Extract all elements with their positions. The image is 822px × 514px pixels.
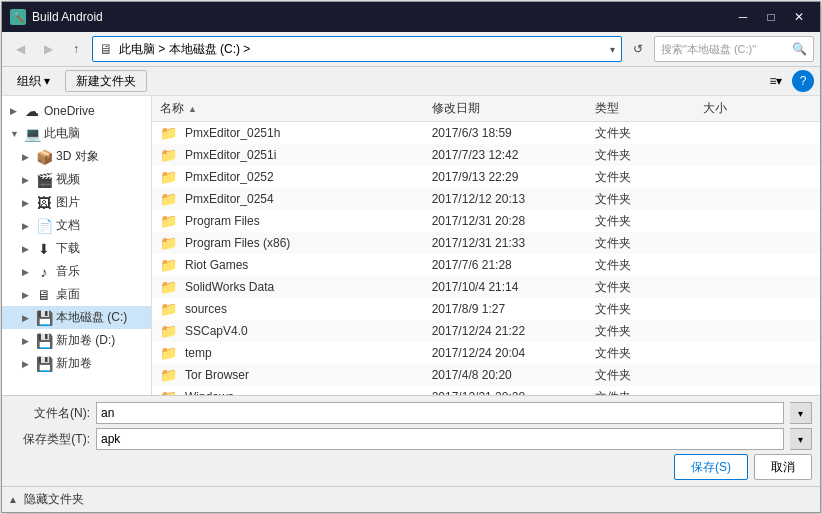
cancel-button[interactable]: 取消 [754,454,812,480]
minimize-button[interactable]: ─ [730,7,756,27]
sidebar-label-new-e: 新加卷 [56,355,92,372]
help-button[interactable]: ? [792,70,814,92]
videos-icon: 🎬 [36,172,52,188]
up-button[interactable]: ↑ [64,37,88,61]
refresh-button[interactable]: ↺ [626,37,650,61]
filetype-dropdown[interactable]: ▾ [790,428,812,450]
file-date: 2017/12/12 20:13 [432,192,595,206]
table-row[interactable]: 📁 PmxEditor_0254 2017/12/12 20:13 文件夹 [152,188,820,210]
expand-arrow: ▶ [10,106,20,116]
file-name: SSCapV4.0 [185,324,248,338]
music-icon: ♪ [36,264,52,280]
folder-icon: 📁 [160,257,177,273]
folder-icon: 📁 [160,301,177,317]
this-pc-icon: 💻 [24,126,40,142]
sidebar-item-videos[interactable]: ▶ 🎬 视频 [2,168,151,191]
sidebar-item-new-d[interactable]: ▶ 💾 新加卷 (D:) [2,329,151,352]
folder-icon: 📁 [160,345,177,361]
expand-arrow: ▶ [22,175,32,185]
sidebar-item-new-e[interactable]: ▶ 💾 新加卷 [2,352,151,375]
sidebar-item-local-c[interactable]: ▶ 💾 本地磁盘 (C:) [2,306,151,329]
file-name: sources [185,302,227,316]
main-content: ▶ ☁ OneDrive ▼ 💻 此电脑 ▶ 📦 3D 对象 ▶ 🎬 视频 ▶ [2,96,820,395]
expand-arrow: ▶ [22,336,32,346]
sidebar-label-new-d: 新加卷 (D:) [56,332,115,349]
col-size-header[interactable]: 大小 [703,100,812,117]
save-button[interactable]: 保存(S) [674,454,748,480]
sidebar-label-downloads: 下载 [56,240,80,257]
file-date: 2017/12/24 20:04 [432,346,595,360]
file-name: temp [185,346,212,360]
file-name: PmxEditor_0252 [185,170,274,184]
sidebar-item-desktop[interactable]: ▶ 🖥 桌面 [2,283,151,306]
filename-dropdown[interactable]: ▾ [790,402,812,424]
downloads-icon: ⬇ [36,241,52,257]
col-date-header[interactable]: 修改日期 [432,100,595,117]
new-d-icon: 💾 [36,333,52,349]
col-type-header[interactable]: 类型 [595,100,704,117]
file-type: 文件夹 [595,169,704,186]
sidebar-item-this-pc[interactable]: ▼ 💻 此电脑 [2,122,151,145]
documents-icon: 📄 [36,218,52,234]
table-row[interactable]: 📁 PmxEditor_0251h 2017/6/3 18:59 文件夹 [152,122,820,144]
file-type: 文件夹 [595,191,704,208]
table-row[interactable]: 📁 Riot Games 2017/7/6 21:28 文件夹 [152,254,820,276]
sidebar-item-documents[interactable]: ▶ 📄 文档 [2,214,151,237]
table-row[interactable]: 📁 Program Files (x86) 2017/12/31 21:33 文… [152,232,820,254]
maximize-button[interactable]: □ [758,7,784,27]
table-row[interactable]: 📁 sources 2017/8/9 1:27 文件夹 [152,298,820,320]
table-row[interactable]: 📁 Tor Browser 2017/4/8 20:20 文件夹 [152,364,820,386]
table-row[interactable]: 📁 SolidWorks Data 2017/10/4 21:14 文件夹 [152,276,820,298]
table-row[interactable]: 📁 temp 2017/12/24 20:04 文件夹 [152,342,820,364]
sidebar-label-documents: 文档 [56,217,80,234]
filetype-input[interactable] [96,428,784,450]
file-date: 2017/6/3 18:59 [432,126,595,140]
col-name-header[interactable]: 名称 ▲ [160,100,432,117]
file-type: 文件夹 [595,323,704,340]
close-button[interactable]: ✕ [786,7,812,27]
expand-arrow: ▶ [22,198,32,208]
file-type: 文件夹 [595,301,704,318]
app-icon: 🔨 [10,9,26,25]
view-button[interactable]: ≡▾ [764,70,788,92]
filename-input[interactable] [96,402,784,424]
sidebar-item-music[interactable]: ▶ ♪ 音乐 [2,260,151,283]
organize-button[interactable]: 组织 ▾ [8,70,59,92]
table-row[interactable]: 📁 PmxEditor_0252 2017/9/13 22:29 文件夹 [152,166,820,188]
search-icon[interactable]: 🔍 [792,42,807,56]
file-type: 文件夹 [595,279,704,296]
table-row[interactable]: 📁 SSCapV4.0 2017/12/24 21:22 文件夹 [152,320,820,342]
search-placeholder: 搜索"本地磁盘 (C:)" [661,42,788,57]
file-type: 文件夹 [595,345,704,362]
file-name: Riot Games [185,258,248,272]
local-c-icon: 💾 [36,310,52,326]
table-row[interactable]: 📁 Windows 2017/12/31 20:28 文件夹 [152,386,820,395]
title-bar: 🔨 Build Android ─ □ ✕ [2,2,820,32]
folder-icon: 📁 [160,213,177,229]
expand-arrow: ▶ [22,290,32,300]
sidebar-label-onedrive: OneDrive [44,104,95,118]
file-type: 文件夹 [595,257,704,274]
triangle-icon: ▲ [8,494,18,505]
folder-icon: 📁 [160,169,177,185]
back-button[interactable]: ◀ [8,37,32,61]
search-bar[interactable]: 搜索"本地磁盘 (C:)" 🔍 [654,36,814,62]
address-bar[interactable]: 🖥 此电脑 > 本地磁盘 (C:) > ▾ [92,36,622,62]
address-dropdown-icon[interactable]: ▾ [610,44,615,55]
file-type: 文件夹 [595,235,704,252]
forward-button[interactable]: ▶ [36,37,60,61]
sidebar-item-3d[interactable]: ▶ 📦 3D 对象 [2,145,151,168]
table-row[interactable]: 📁 Program Files 2017/12/31 20:28 文件夹 [152,210,820,232]
file-list-header: 名称 ▲ 修改日期 类型 大小 [152,96,820,122]
sidebar-item-onedrive[interactable]: ▶ ☁ OneDrive [2,100,151,122]
sidebar-item-downloads[interactable]: ▶ ⬇ 下载 [2,237,151,260]
new-folder-button[interactable]: 新建文件夹 [65,70,147,92]
sidebar-item-pictures[interactable]: ▶ 🖼 图片 [2,191,151,214]
file-type: 文件夹 [595,147,704,164]
file-date: 2017/8/9 1:27 [432,302,595,316]
table-row[interactable]: 📁 PmxEditor_0251i 2017/7/23 12:42 文件夹 [152,144,820,166]
file-date: 2017/12/31 20:28 [432,214,595,228]
nav-toolbar: ◀ ▶ ↑ 🖥 此电脑 > 本地磁盘 (C:) > ▾ ↺ 搜索"本地磁盘 (C… [2,32,820,67]
hide-files-row[interactable]: ▲ 隐藏文件夹 [2,486,820,512]
file-date: 2017/7/6 21:28 [432,258,595,272]
